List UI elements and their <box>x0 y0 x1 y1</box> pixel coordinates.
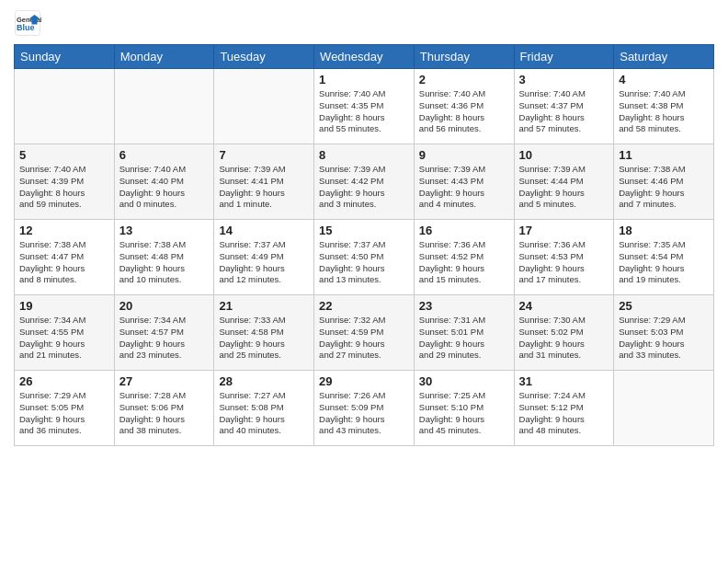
day-cell: 3Sunrise: 7:40 AM Sunset: 4:37 PM Daylig… <box>514 69 614 144</box>
day-header-row: SundayMondayTuesdayWednesdayThursdayFrid… <box>15 45 714 69</box>
day-number: 16 <box>419 224 509 237</box>
day-number: 8 <box>319 148 409 162</box>
calendar-table: SundayMondayTuesdayWednesdayThursdayFrid… <box>14 44 714 446</box>
day-cell: 7Sunrise: 7:39 AM Sunset: 4:41 PM Daylig… <box>214 144 314 220</box>
day-number: 18 <box>619 224 709 237</box>
day-info: Sunrise: 7:39 AM Sunset: 4:41 PM Dayligh… <box>219 164 309 211</box>
day-info: Sunrise: 7:25 AM Sunset: 5:10 PM Dayligh… <box>419 390 509 437</box>
day-number: 24 <box>519 299 609 313</box>
day-info: Sunrise: 7:30 AM Sunset: 5:02 PM Dayligh… <box>519 315 609 362</box>
day-header-wednesday: Wednesday <box>314 45 415 69</box>
week-row-0: 1Sunrise: 7:40 AM Sunset: 4:35 PM Daylig… <box>15 69 714 144</box>
day-cell: 13Sunrise: 7:38 AM Sunset: 4:48 PM Dayli… <box>114 220 214 295</box>
day-number: 11 <box>619 148 709 162</box>
day-info: Sunrise: 7:40 AM Sunset: 4:36 PM Dayligh… <box>419 88 509 135</box>
day-number: 15 <box>319 224 409 237</box>
day-number: 20 <box>119 299 210 313</box>
week-row-4: 26Sunrise: 7:29 AM Sunset: 5:05 PM Dayli… <box>15 371 714 446</box>
logo-icon: General Blue <box>14 9 41 37</box>
day-cell: 18Sunrise: 7:35 AM Sunset: 4:54 PM Dayli… <box>614 220 714 295</box>
day-info: Sunrise: 7:40 AM Sunset: 4:38 PM Dayligh… <box>619 88 709 135</box>
day-info: Sunrise: 7:40 AM Sunset: 4:35 PM Dayligh… <box>319 88 409 135</box>
day-number: 31 <box>519 374 609 388</box>
day-cell <box>114 69 214 144</box>
day-cell: 25Sunrise: 7:29 AM Sunset: 5:03 PM Dayli… <box>614 295 714 371</box>
day-header-friday: Friday <box>514 45 614 69</box>
day-cell: 9Sunrise: 7:39 AM Sunset: 4:43 PM Daylig… <box>414 144 514 220</box>
day-number: 13 <box>119 224 210 237</box>
day-cell: 2Sunrise: 7:40 AM Sunset: 4:36 PM Daylig… <box>414 69 514 144</box>
day-cell: 29Sunrise: 7:26 AM Sunset: 5:09 PM Dayli… <box>314 371 415 446</box>
day-cell: 8Sunrise: 7:39 AM Sunset: 4:42 PM Daylig… <box>314 144 415 220</box>
day-number: 22 <box>319 299 409 313</box>
day-cell: 21Sunrise: 7:33 AM Sunset: 4:58 PM Dayli… <box>214 295 314 371</box>
day-cell: 28Sunrise: 7:27 AM Sunset: 5:08 PM Dayli… <box>214 371 314 446</box>
day-cell: 10Sunrise: 7:39 AM Sunset: 4:44 PM Dayli… <box>514 144 614 220</box>
day-info: Sunrise: 7:29 AM Sunset: 5:03 PM Dayligh… <box>619 315 709 362</box>
day-info: Sunrise: 7:24 AM Sunset: 5:12 PM Dayligh… <box>519 390 609 437</box>
day-info: Sunrise: 7:39 AM Sunset: 4:44 PM Dayligh… <box>519 164 609 211</box>
day-info: Sunrise: 7:36 AM Sunset: 4:52 PM Dayligh… <box>419 239 509 286</box>
day-info: Sunrise: 7:38 AM Sunset: 4:48 PM Dayligh… <box>119 239 210 286</box>
day-info: Sunrise: 7:40 AM Sunset: 4:39 PM Dayligh… <box>19 164 109 211</box>
day-number: 1 <box>319 73 409 86</box>
day-cell: 14Sunrise: 7:37 AM Sunset: 4:49 PM Dayli… <box>214 220 314 295</box>
day-cell <box>614 371 714 446</box>
day-cell: 11Sunrise: 7:38 AM Sunset: 4:46 PM Dayli… <box>614 144 714 220</box>
day-number: 2 <box>419 73 509 86</box>
day-cell: 20Sunrise: 7:34 AM Sunset: 4:57 PM Dayli… <box>114 295 214 371</box>
day-number: 30 <box>419 374 509 388</box>
day-number: 12 <box>19 224 109 237</box>
day-number: 14 <box>219 224 309 237</box>
day-cell <box>214 69 314 144</box>
day-number: 10 <box>519 148 609 162</box>
day-info: Sunrise: 7:34 AM Sunset: 4:55 PM Dayligh… <box>19 315 109 362</box>
day-cell: 5Sunrise: 7:40 AM Sunset: 4:39 PM Daylig… <box>15 144 115 220</box>
day-cell: 4Sunrise: 7:40 AM Sunset: 4:38 PM Daylig… <box>614 69 714 144</box>
day-cell: 17Sunrise: 7:36 AM Sunset: 4:53 PM Dayli… <box>514 220 614 295</box>
day-number: 21 <box>219 299 309 313</box>
day-info: Sunrise: 7:37 AM Sunset: 4:50 PM Dayligh… <box>319 239 409 286</box>
day-header-thursday: Thursday <box>414 45 514 69</box>
day-info: Sunrise: 7:32 AM Sunset: 4:59 PM Dayligh… <box>319 315 409 362</box>
day-cell: 6Sunrise: 7:40 AM Sunset: 4:40 PM Daylig… <box>114 144 214 220</box>
day-cell: 16Sunrise: 7:36 AM Sunset: 4:52 PM Dayli… <box>414 220 514 295</box>
day-number: 7 <box>219 148 309 162</box>
day-cell: 24Sunrise: 7:30 AM Sunset: 5:02 PM Dayli… <box>514 295 614 371</box>
day-info: Sunrise: 7:26 AM Sunset: 5:09 PM Dayligh… <box>319 390 409 437</box>
day-info: Sunrise: 7:40 AM Sunset: 4:40 PM Dayligh… <box>119 164 210 211</box>
day-number: 5 <box>19 148 109 162</box>
day-header-tuesday: Tuesday <box>214 45 314 69</box>
header: General Blue <box>14 9 714 37</box>
day-number: 27 <box>119 374 210 388</box>
logo: General Blue <box>14 9 45 37</box>
day-cell: 31Sunrise: 7:24 AM Sunset: 5:12 PM Dayli… <box>514 371 614 446</box>
day-info: Sunrise: 7:34 AM Sunset: 4:57 PM Dayligh… <box>119 315 210 362</box>
day-info: Sunrise: 7:40 AM Sunset: 4:37 PM Dayligh… <box>519 88 609 135</box>
day-number: 29 <box>319 374 409 388</box>
day-info: Sunrise: 7:38 AM Sunset: 4:47 PM Dayligh… <box>19 239 109 286</box>
day-info: Sunrise: 7:31 AM Sunset: 5:01 PM Dayligh… <box>419 315 509 362</box>
page-container: General Blue SundayMondayTuesdayWednesda… <box>0 0 728 451</box>
day-info: Sunrise: 7:39 AM Sunset: 4:42 PM Dayligh… <box>319 164 409 211</box>
day-cell: 15Sunrise: 7:37 AM Sunset: 4:50 PM Dayli… <box>314 220 415 295</box>
day-header-monday: Monday <box>114 45 214 69</box>
day-number: 25 <box>619 299 709 313</box>
day-number: 23 <box>419 299 509 313</box>
day-number: 9 <box>419 148 509 162</box>
day-info: Sunrise: 7:27 AM Sunset: 5:08 PM Dayligh… <box>219 390 309 437</box>
day-info: Sunrise: 7:36 AM Sunset: 4:53 PM Dayligh… <box>519 239 609 286</box>
day-cell: 22Sunrise: 7:32 AM Sunset: 4:59 PM Dayli… <box>314 295 415 371</box>
day-cell: 1Sunrise: 7:40 AM Sunset: 4:35 PM Daylig… <box>314 69 415 144</box>
day-cell: 19Sunrise: 7:34 AM Sunset: 4:55 PM Dayli… <box>15 295 115 371</box>
day-info: Sunrise: 7:39 AM Sunset: 4:43 PM Dayligh… <box>419 164 509 211</box>
day-cell: 23Sunrise: 7:31 AM Sunset: 5:01 PM Dayli… <box>414 295 514 371</box>
week-row-3: 19Sunrise: 7:34 AM Sunset: 4:55 PM Dayli… <box>15 295 714 371</box>
day-cell: 12Sunrise: 7:38 AM Sunset: 4:47 PM Dayli… <box>15 220 115 295</box>
week-row-1: 5Sunrise: 7:40 AM Sunset: 4:39 PM Daylig… <box>15 144 714 220</box>
day-number: 26 <box>19 374 109 388</box>
day-number: 4 <box>619 73 709 86</box>
day-cell: 30Sunrise: 7:25 AM Sunset: 5:10 PM Dayli… <box>414 371 514 446</box>
day-number: 19 <box>19 299 109 313</box>
day-cell: 27Sunrise: 7:28 AM Sunset: 5:06 PM Dayli… <box>114 371 214 446</box>
